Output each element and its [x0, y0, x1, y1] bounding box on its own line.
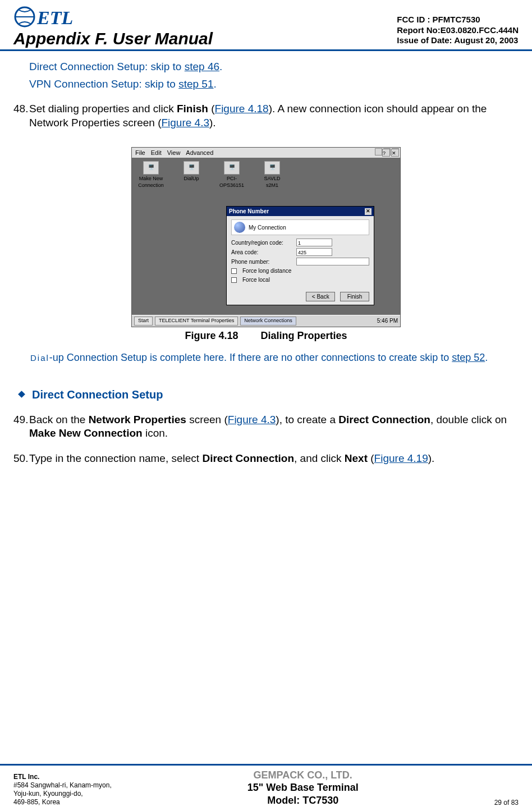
phone-input[interactable]: [296, 258, 369, 265]
vpn-skip-text: VPN Connection Setup: skip to: [29, 78, 178, 90]
step-text: Back on the Network Properties screen (F…: [29, 413, 519, 441]
dialog-titlebar: Phone Number ✕: [227, 207, 374, 216]
dialog-buttons: < Back Finish: [227, 288, 374, 305]
nic-icon: 🖥️: [264, 161, 280, 175]
force-local-label: Force local: [242, 276, 270, 283]
force-long-label: Force long distance: [242, 267, 291, 274]
appendix-title: Appendix F. User Manual: [13, 29, 397, 48]
dial-word: Dial: [30, 353, 49, 363]
section-direct-connection: Direct Connection Setup: [16, 387, 519, 402]
link-figure-4-3[interactable]: Figure 4.3: [228, 414, 276, 425]
dialup-complete-note: Dial-up Connection Setup is complete her…: [30, 351, 519, 364]
force-local-row: Force local: [231, 276, 369, 283]
vpn-skip-line: VPN Connection Setup: skip to step 51.: [29, 77, 519, 91]
addr1: #584 Sangwhal-ri, Kanam-myon,: [13, 781, 112, 790]
page-header: ETL Appendix F. User Manual FCC ID : PFM…: [0, 0, 532, 51]
taskbar-clock: 5:46 PM: [377, 317, 398, 324]
area-input[interactable]: 425: [296, 248, 332, 256]
step-num: 50.: [13, 452, 29, 466]
figure-4-18: File Edit View Advanced 🖥️ Make Ne: [13, 147, 519, 342]
content: Direct Connection Setup: skip to step 46…: [0, 51, 532, 466]
link-figure-4-19[interactable]: Figure 4.19: [374, 452, 428, 464]
product: 15" Web Base Terminal: [247, 781, 359, 794]
dot: .: [219, 61, 222, 72]
close-icon[interactable]: [391, 149, 399, 157]
step-text: Set dialing properties and click Finish …: [29, 102, 519, 130]
globe-icon: [234, 222, 245, 233]
area-row: Area code: 425: [231, 248, 369, 256]
menu-edit[interactable]: Edit: [151, 149, 162, 157]
menu-advanced[interactable]: Advanced: [186, 149, 213, 157]
country-select[interactable]: 1: [296, 239, 332, 246]
link-step-51[interactable]: step 51: [178, 78, 213, 90]
addr3: 469-885, Korea: [13, 798, 112, 807]
footer-left: ETL Inc. #584 Sangwhal-ri, Kanam-myon, Y…: [13, 773, 112, 807]
direct-skip-line: Direct Connection Setup: skip to step 46…: [29, 60, 519, 74]
mock-window: File Edit View Advanced 🖥️ Make Ne: [131, 147, 401, 327]
page-footer: ETL Inc. #584 Sangwhal-ri, Kanam-myon, Y…: [0, 764, 532, 812]
dialog-close-icon[interactable]: ✕: [365, 208, 372, 215]
finish-word: Finish: [177, 103, 208, 114]
direct-skip-text: Direct Connection Setup: skip to: [29, 61, 185, 72]
report-no: Report No:E03.0820.FCC.444N: [397, 25, 519, 36]
icon-dialup[interactable]: 🖥️ DialUp: [177, 161, 206, 189]
force-long-row: Force long distance: [231, 267, 369, 274]
country-label: Country/region code:: [231, 239, 293, 246]
link-step-46[interactable]: step 46: [185, 61, 219, 72]
caption-number: Figure 4.18: [185, 330, 238, 341]
start-button[interactable]: Start: [134, 317, 153, 326]
step-48: 48. Set dialing properties and click Fin…: [13, 102, 519, 130]
model: Model: TC7530: [247, 794, 359, 807]
phone-label: Phone number:: [231, 258, 293, 265]
dialog-title: Phone Number: [229, 208, 269, 215]
link-step-52[interactable]: step 52: [452, 352, 485, 363]
step-49: 49. Back on the Network Properties scree…: [13, 413, 519, 441]
etl-logo: ETL: [13, 6, 397, 28]
mock-desktop: 🖥️ Make New Connection 🖥️ DialUp 🖥️ PCI-…: [132, 158, 400, 315]
figure-caption: Figure 4.18Dialing Properties: [13, 329, 519, 342]
svg-text:ETL: ETL: [36, 7, 73, 28]
issue-date: Issue of Date: August 20, 2003: [397, 35, 519, 46]
menubar-icon[interactable]: [375, 148, 382, 155]
force-local-checkbox[interactable]: [231, 277, 237, 283]
menu-file[interactable]: File: [135, 149, 145, 157]
dialup-icon: 🖥️: [184, 161, 199, 175]
icon-make-new-connection[interactable]: 🖥️ Make New Connection: [136, 161, 166, 189]
etl-inc: ETL Inc.: [13, 773, 112, 781]
menu-view[interactable]: View: [167, 149, 181, 157]
force-long-checkbox[interactable]: [231, 268, 237, 274]
task-terminal-props[interactable]: TELECLIENT Terminal Properties: [155, 317, 238, 326]
page-number: 29 of 83: [494, 799, 519, 807]
taskbar-left: Start TELECLIENT Terminal Properties Net…: [134, 317, 296, 326]
dot: .: [213, 78, 216, 90]
mock-taskbar: Start TELECLIENT Terminal Properties Net…: [132, 315, 400, 327]
connection-row: My Connection: [231, 219, 369, 235]
finish-button[interactable]: Finish: [340, 292, 369, 301]
header-right: FCC ID : PFMTC7530 Report No:E03.0820.FC…: [397, 15, 519, 48]
step-50: 50. Type in the connection name, select …: [13, 452, 519, 466]
icon-pci[interactable]: 🖥️ PCI-OPS36151: [217, 161, 246, 189]
back-button[interactable]: < Back: [306, 292, 335, 301]
area-label: Area code:: [231, 249, 293, 256]
step-num: 48.: [13, 102, 29, 130]
dialog-body: My Connection Country/region code: 1 Are…: [227, 216, 374, 288]
mock-menubar: File Edit View Advanced: [132, 148, 400, 158]
phone-number-dialog: Phone Number ✕ My Connection Country/reg…: [226, 206, 374, 305]
section-title: Direct Connection Setup: [32, 387, 163, 402]
diamond-bullet-icon: [18, 391, 25, 398]
connection-name: My Connection: [249, 224, 286, 231]
help-icon[interactable]: [382, 149, 390, 157]
icon-savld[interactable]: 🖥️ SAVLD s2M1: [258, 161, 287, 189]
link-figure-4-3[interactable]: Figure 4.3: [161, 117, 209, 129]
step-num: 49.: [13, 413, 29, 441]
computer-icon: 🖥️: [143, 161, 159, 175]
phone-row: Phone number:: [231, 258, 369, 265]
fcc-id: FCC ID : PFMTC7530: [397, 15, 519, 25]
nic-icon: 🖥️: [224, 161, 240, 175]
desktop-icons: 🖥️ Make New Connection 🖥️ DialUp 🖥️ PCI-…: [132, 158, 400, 192]
addr2: Yoju-kun, Kyounggi-do,: [13, 790, 112, 798]
header-left: ETL Appendix F. User Manual: [13, 6, 397, 48]
link-figure-4-18[interactable]: Figure 4.18: [215, 103, 269, 114]
caption-title: Dialing Properties: [261, 330, 347, 341]
task-network-connections[interactable]: Network Connections: [240, 317, 296, 326]
